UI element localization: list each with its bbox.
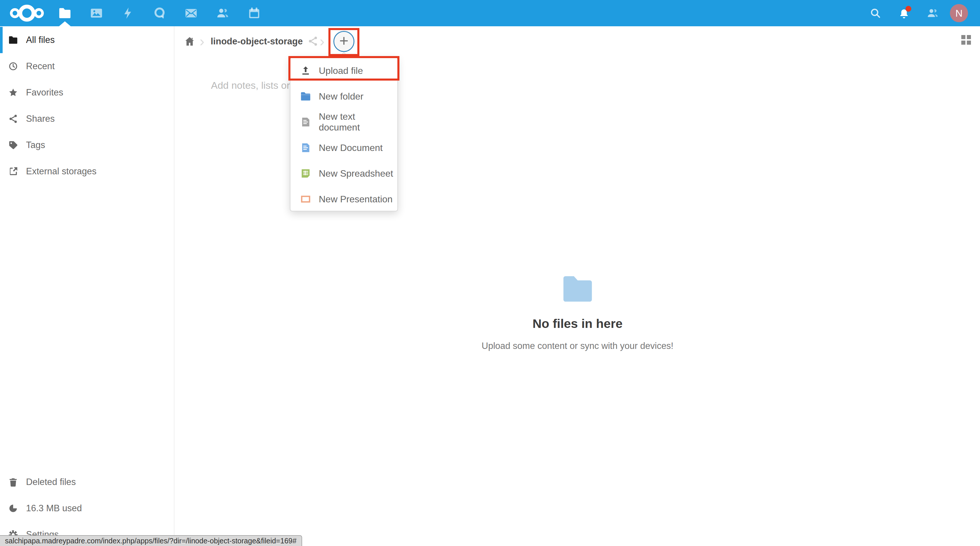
sidebar-item-label: All files	[26, 35, 55, 45]
calendar-icon	[248, 6, 261, 20]
menu-item-new-folder[interactable]: New folder	[290, 84, 398, 109]
sidebar-item-quota[interactable]: 16.3 MB used	[0, 495, 174, 521]
sidebar-item-label: External storages	[26, 166, 96, 177]
logo-ring-right	[34, 8, 44, 18]
active-app-indicator	[59, 21, 71, 26]
search-icon	[869, 7, 881, 19]
sidebar-item-shares[interactable]: Shares	[0, 106, 174, 132]
sidebar-item-deleted-files[interactable]: Deleted files	[0, 469, 174, 495]
clock-icon	[8, 61, 18, 71]
talk-icon	[153, 6, 166, 20]
share-icon	[307, 36, 318, 47]
grid-view-toggle-button[interactable]	[961, 35, 971, 44]
chevron-right-icon: ›	[320, 33, 325, 50]
top-header-bar: N	[0, 0, 980, 26]
sidebar-item-label: 16.3 MB used	[26, 503, 82, 514]
trash-icon	[8, 477, 18, 487]
notification-badge	[905, 6, 912, 12]
sidebar-item-recent[interactable]: Recent	[0, 53, 174, 79]
spreadsheet-green-icon	[300, 168, 311, 179]
link-status-bar: salchipapa.madreypadre.com/index.php/app…	[0, 535, 302, 546]
app-calendar-button[interactable]	[239, 0, 270, 26]
menu-item-label: Upload file	[319, 65, 363, 76]
chevron-right-icon: ›	[200, 33, 205, 50]
breadcrumb-folder-name[interactable]: linode-object-storage	[211, 36, 303, 47]
app-photos-button[interactable]	[81, 0, 112, 26]
folder-blue-icon	[300, 91, 311, 102]
grid-view-icon	[961, 35, 966, 39]
mail-icon	[185, 6, 198, 20]
folder-icon	[8, 35, 18, 45]
app-talk-button[interactable]	[144, 0, 175, 26]
sidebar-item-external-storages[interactable]: External storages	[0, 158, 174, 184]
files-folder-icon	[58, 6, 72, 20]
new-file-menu-button[interactable]: +	[333, 31, 355, 52]
plus-icon: +	[339, 33, 348, 48]
upload-icon	[300, 65, 311, 76]
contacts-icon	[216, 6, 229, 20]
app-activity-button[interactable]	[112, 0, 144, 26]
files-content: › linode-object-storage › + Add notes, l…	[175, 26, 980, 546]
menu-item-label: New Spreadsheet	[319, 168, 393, 179]
avatar-initial: N	[955, 8, 963, 19]
sidebar-item-all-files[interactable]: All files	[0, 27, 174, 53]
sidebar-nav: All files Recent Favorites Shares Tags E…	[0, 26, 174, 184]
new-file-dropdown-menu: Upload file New folder New text document…	[290, 57, 398, 211]
sidebar-item-label: Favorites	[26, 87, 63, 98]
star-icon	[8, 87, 18, 97]
notifications-button[interactable]	[890, 0, 918, 26]
activity-icon	[121, 6, 135, 20]
share-icon	[8, 114, 18, 124]
app-mail-button[interactable]	[175, 0, 207, 26]
photos-icon	[90, 6, 103, 20]
breadcrumb-share-button[interactable]	[307, 36, 318, 48]
presentation-orange-icon	[300, 194, 311, 205]
quota-pie-icon	[8, 503, 18, 513]
menu-item-new-presentation[interactable]: New Presentation	[290, 186, 398, 212]
sidebar-item-tags[interactable]: Tags	[0, 132, 174, 158]
menu-item-label: New text document	[319, 111, 398, 133]
sidebar-item-label: Shares	[26, 114, 55, 124]
menu-item-label: New folder	[319, 91, 363, 102]
app-menu	[49, 0, 270, 26]
contacts-menu-button[interactable]	[918, 0, 947, 26]
sidebar-item-label: Recent	[26, 61, 55, 71]
empty-state-subtitle: Upload some content or sync with your de…	[175, 341, 980, 351]
menu-item-label: New Document	[319, 143, 383, 153]
sidebar-item-label: Tags	[26, 140, 45, 150]
home-icon	[184, 36, 195, 47]
workspace-notes-placeholder[interactable]: Add notes, lists or lin	[211, 80, 303, 91]
app-contacts-button[interactable]	[207, 0, 239, 26]
menu-item-new-document[interactable]: New Document	[290, 135, 398, 160]
menu-item-new-text-document[interactable]: New text document	[290, 109, 398, 135]
external-storage-icon	[8, 167, 18, 176]
empty-folder-icon	[561, 274, 594, 304]
sidebar-item-label: Deleted files	[26, 477, 76, 487]
search-button[interactable]	[861, 0, 890, 26]
sidebar-item-favorites[interactable]: Favorites	[0, 79, 174, 106]
header-right-actions: N	[861, 0, 980, 26]
tag-icon	[8, 140, 18, 150]
nextcloud-logo-icon[interactable]	[10, 0, 44, 26]
empty-folder-state: No files in here Upload some content or …	[175, 274, 980, 351]
contacts-menu-icon	[926, 7, 939, 19]
text-document-icon	[300, 116, 311, 128]
user-avatar[interactable]: N	[950, 4, 968, 22]
files-sidebar: All files Recent Favorites Shares Tags E…	[0, 26, 175, 546]
menu-item-label: New Presentation	[319, 194, 393, 205]
document-blue-icon	[300, 142, 311, 153]
status-url: salchipapa.madreypadre.com/index.php/app…	[5, 536, 297, 545]
menu-item-new-spreadsheet[interactable]: New Spreadsheet	[290, 160, 398, 186]
breadcrumb-home-button[interactable]	[184, 36, 195, 48]
empty-state-title: No files in here	[175, 316, 980, 331]
sidebar-bottom: Deleted files 16.3 MB used Settings	[0, 469, 174, 546]
logo-ring-center	[18, 5, 35, 22]
